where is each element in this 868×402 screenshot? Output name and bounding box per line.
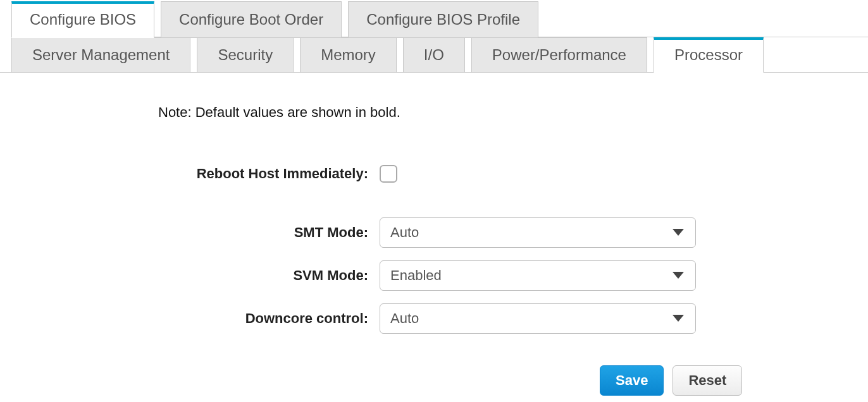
subtab-memory[interactable]: Memory [300,37,397,73]
subtab-power-performance[interactable]: Power/Performance [471,37,647,73]
label-reboot-host: Reboot Host Immediately: [158,166,380,182]
checkbox-reboot-host[interactable] [380,165,397,183]
subtab-io[interactable]: I/O [403,37,465,73]
label-smt-mode: SMT Mode: [158,224,380,241]
note-text: Note: Default values are shown in bold. [158,104,843,121]
chevron-down-icon [673,315,684,322]
tab-configure-bios-profile[interactable]: Configure BIOS Profile [348,1,538,38]
select-downcore-value: Auto [390,310,419,327]
select-svm-mode[interactable]: Enabled [380,260,696,291]
reset-button[interactable]: Reset [673,365,742,396]
chevron-down-icon [673,229,684,236]
select-svm-value: Enabled [390,267,442,284]
select-smt-mode[interactable]: Auto [380,217,696,248]
svg-marker-2 [673,315,684,322]
select-smt-value: Auto [390,224,419,241]
svg-marker-1 [673,272,684,279]
tab-configure-bios[interactable]: Configure BIOS [11,1,154,38]
subtab-security[interactable]: Security [197,37,294,73]
svg-marker-0 [673,229,684,236]
label-svm-mode: SVM Mode: [158,267,380,284]
select-downcore-control[interactable]: Auto [380,303,696,334]
subtab-processor[interactable]: Processor [654,37,764,73]
save-button[interactable]: Save [600,365,664,396]
chevron-down-icon [673,272,684,279]
label-downcore-control: Downcore control: [158,310,380,327]
subtab-server-management[interactable]: Server Management [11,37,190,73]
tab-configure-boot-order[interactable]: Configure Boot Order [161,1,342,38]
